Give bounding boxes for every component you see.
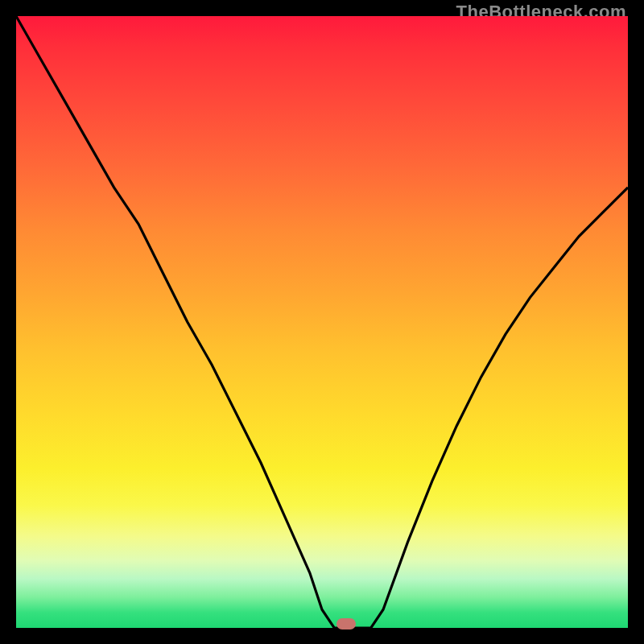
chart-frame: TheBottleneck.com <box>0 0 644 644</box>
bottleneck-curve <box>16 16 628 628</box>
plot-area <box>16 16 628 628</box>
optimal-marker <box>336 618 356 630</box>
